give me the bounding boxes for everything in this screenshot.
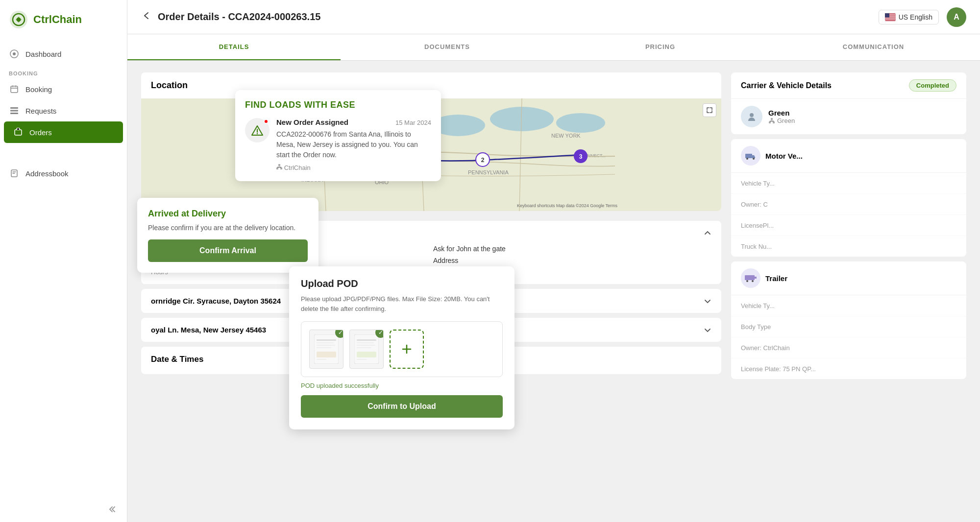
user-avatar[interactable]: A bbox=[947, 7, 966, 27]
add-file-button[interactable] bbox=[390, 330, 424, 369]
sidebar-item-dashboard[interactable]: Dashboard bbox=[0, 43, 127, 65]
svg-text:Keyboard shortcuts  Map data ©: Keyboard shortcuts Map data ©2024 Google… bbox=[517, 203, 618, 208]
completed-badge: Completed bbox=[909, 79, 956, 92]
arrived-popup: Arrived at Delivery Please confirm if yo… bbox=[137, 198, 318, 273]
svg-rect-18 bbox=[885, 13, 889, 18]
notification-title: New Order Assigned bbox=[276, 118, 348, 126]
svg-point-4 bbox=[13, 52, 16, 55]
file-thumb-2[interactable]: ✓ bbox=[349, 330, 384, 369]
grid-icon bbox=[9, 48, 20, 59]
sidebar-item-booking[interactable]: Booking bbox=[0, 78, 127, 100]
vehicle-type-row: Vehicle Ty... bbox=[731, 173, 966, 194]
upload-pod-description: Please upload JPG/PDF/PNG files. Max Fil… bbox=[301, 294, 503, 313]
sidebar-collapse-button[interactable] bbox=[0, 497, 127, 522]
truck-icon bbox=[745, 152, 756, 160]
file-thumb-1[interactable]: ✓ bbox=[309, 330, 343, 369]
svg-rect-66 bbox=[357, 347, 371, 348]
vehicle-owner-row: Owner: C bbox=[731, 194, 966, 215]
page-title: Order Details - CCA2024-000263.15 bbox=[158, 11, 879, 23]
tab-details[interactable]: DETAILS bbox=[127, 34, 341, 60]
content-area: Location bbox=[127, 61, 980, 522]
svg-rect-54 bbox=[280, 167, 282, 169]
svg-rect-52 bbox=[278, 164, 280, 166]
sidebar-item-orders[interactable]: Orders bbox=[4, 121, 123, 143]
address-2-title: ornridge Cir. Syracuse, Dayton 35624 bbox=[151, 297, 281, 305]
trailer-header: Trailer bbox=[731, 261, 966, 295]
svg-text:NEW YORK: NEW YORK bbox=[551, 133, 581, 139]
carrier-info: Green Green bbox=[731, 99, 966, 134]
trailer-license-row: License Plate: 75 PN QP... bbox=[731, 358, 966, 379]
carrier-role: Green bbox=[768, 117, 795, 124]
motor-vehicle-header: Motor Ve... bbox=[731, 139, 966, 173]
notification-date: 15 Mar 2024 bbox=[395, 119, 431, 126]
svg-rect-68 bbox=[357, 359, 367, 360]
notification-text: CCA2022-000676 from Santa Ana, Illinois … bbox=[276, 129, 431, 160]
notification-popup: FIND LOADS WITH EASE bbox=[235, 90, 441, 181]
chevron-down-icon bbox=[704, 297, 711, 305]
svg-point-45 bbox=[746, 158, 748, 160]
carrier-details: Green Green bbox=[768, 109, 795, 124]
back-button[interactable] bbox=[141, 10, 152, 24]
trailer-type-row: Vehicle Ty... bbox=[731, 295, 966, 316]
notification-icon-wrap bbox=[245, 118, 270, 142]
carrier-section: Carrier & Vehicle Details Completed Gree… bbox=[731, 72, 966, 134]
alert-triangle-icon bbox=[250, 123, 264, 137]
motor-vehicle-label: Motor Ve... bbox=[765, 152, 803, 160]
tab-communication[interactable]: COMMUNICATION bbox=[767, 34, 980, 60]
svg-point-49 bbox=[746, 280, 748, 282]
svg-rect-43 bbox=[773, 121, 775, 123]
tab-documents[interactable]: DOCUMENTS bbox=[341, 34, 554, 60]
trailer-body-row: Body Type bbox=[731, 316, 966, 337]
plus-icon bbox=[401, 343, 413, 355]
main-content: Order Details - CCA2024-000263.15 US Eng… bbox=[127, 0, 980, 522]
notification-header: FIND LOADS WITH EASE bbox=[245, 100, 431, 110]
confirm-upload-button[interactable]: Confirm to Upload bbox=[301, 395, 503, 418]
arrived-text: Please confirm if you are at the deliver… bbox=[148, 224, 308, 232]
svg-rect-59 bbox=[317, 347, 331, 348]
language-label: US English bbox=[899, 13, 932, 21]
svg-point-40 bbox=[750, 113, 754, 117]
org-small-icon bbox=[276, 164, 282, 170]
book-icon bbox=[9, 168, 20, 179]
svg-point-50 bbox=[752, 280, 754, 282]
svg-point-2 bbox=[17, 18, 21, 22]
tab-bar: DETAILS DOCUMENTS PRICING COMMUNICATION bbox=[127, 34, 980, 61]
sidebar-item-addressbook[interactable]: Addressbook bbox=[0, 163, 127, 184]
flag-icon bbox=[885, 13, 896, 21]
language-selector[interactable]: US English bbox=[879, 10, 939, 24]
svg-rect-44 bbox=[745, 154, 752, 158]
svg-rect-64 bbox=[357, 342, 374, 343]
carrier-name: Green bbox=[768, 109, 795, 117]
trailer-icon-wrap bbox=[741, 268, 760, 288]
carrier-avatar bbox=[741, 106, 762, 127]
svg-rect-67 bbox=[357, 352, 376, 357]
notification-dot bbox=[264, 119, 269, 124]
sidebar-item-requests[interactable]: Requests bbox=[0, 100, 127, 121]
svg-rect-42 bbox=[769, 121, 771, 123]
carrier-title: Carrier & Vehicle Details bbox=[741, 81, 832, 90]
trailer-section: Trailer Vehicle Ty... Body Type Owner: C… bbox=[731, 261, 966, 379]
svg-point-46 bbox=[753, 158, 755, 160]
svg-text:PENNSYLVANIA: PENNSYLVANIA bbox=[468, 169, 509, 175]
svg-rect-41 bbox=[771, 118, 773, 120]
svg-text:3: 3 bbox=[579, 153, 583, 160]
header: Order Details - CCA2024-000263.15 US Eng… bbox=[127, 0, 980, 34]
svg-rect-58 bbox=[317, 345, 335, 346]
motor-vehicle-section: Motor Ve... Vehicle Ty... Owner: C Licen… bbox=[731, 139, 966, 257]
sidebar-nav: Dashboard BOOKING Booking Requests Or bbox=[0, 39, 127, 497]
arrived-title: Arrived at Delivery bbox=[148, 209, 308, 219]
svg-text:2: 2 bbox=[481, 157, 485, 164]
logo[interactable]: CtrlChain bbox=[0, 0, 127, 39]
upload-pod-popup: Upload POD Please upload JPG/PDF/PNG fil… bbox=[289, 266, 514, 429]
svg-rect-48 bbox=[755, 277, 757, 279]
svg-rect-6 bbox=[10, 107, 18, 109]
map-expand-button[interactable] bbox=[703, 103, 716, 117]
notification-sender: CtrlChain bbox=[276, 164, 431, 171]
box-icon bbox=[13, 127, 24, 138]
confirm-arrival-button[interactable]: Confirm Arrival bbox=[148, 239, 308, 262]
chevron-up-icon bbox=[704, 229, 711, 237]
truck-icon-wrap bbox=[741, 146, 760, 166]
tab-pricing[interactable]: PRICING bbox=[554, 34, 767, 60]
carrier-header: Carrier & Vehicle Details Completed bbox=[731, 72, 966, 99]
pod-success-text: POD uploaded successfully bbox=[301, 382, 503, 389]
